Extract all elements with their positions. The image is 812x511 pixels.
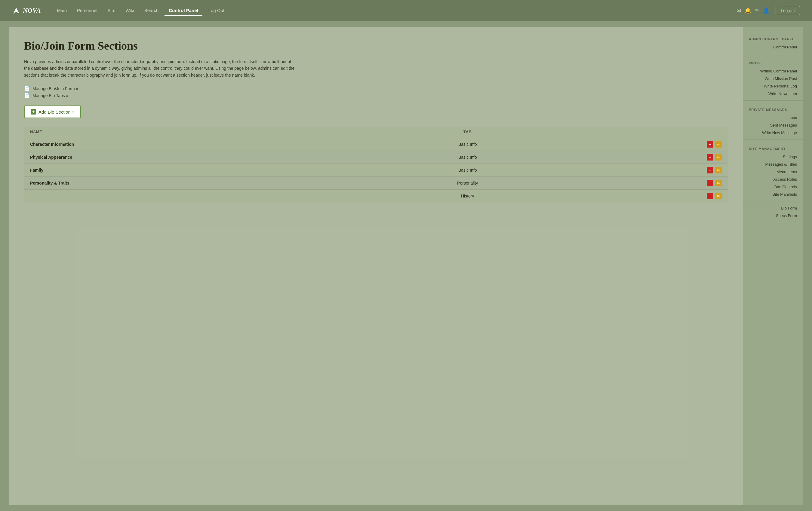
table-row: Personality & TraitsPersonality−✏	[24, 177, 728, 190]
sidebar-control-panel[interactable]: Control Panel	[743, 43, 803, 51]
navbar: NOVA Main Personnel Sim Wiki Search Cont…	[0, 0, 812, 21]
row-name	[24, 190, 371, 203]
row-name: Physical Appearance	[24, 151, 371, 164]
write-section-title: WRITE	[743, 57, 803, 67]
table-row: FamilyBasic Info−✏	[24, 164, 728, 177]
edit-button[interactable]: ✏	[715, 167, 722, 174]
action-icons: −✏	[707, 193, 722, 199]
row-tab: Basic Info	[371, 164, 564, 177]
bio-sections-table: NAME TAB Character InformationBasic Info…	[24, 127, 728, 202]
site-logo[interactable]: NOVA	[12, 6, 41, 15]
sidebar-write-news-item[interactable]: Write News Item	[743, 90, 803, 97]
page-description: Nova provides admins unparalleled contro…	[24, 58, 295, 79]
sidebar-menu-items[interactable]: Menu Items	[743, 168, 803, 176]
edit-button[interactable]: ✏	[715, 141, 722, 148]
table-header-row: NAME TAB	[24, 127, 728, 138]
nav-main[interactable]: Main	[53, 5, 71, 16]
bell-icon[interactable]: 🔔	[745, 7, 751, 14]
sidebar-inbox[interactable]: Inbox	[743, 114, 803, 121]
sidebar: ADMIN CONTROL PANEL Control Panel WRITE …	[743, 27, 803, 505]
manage-bio-form-link[interactable]: 📄 Manage Bio/Join Form »	[24, 86, 728, 91]
add-bio-section-button[interactable]: + Add Bio Section »	[24, 106, 81, 118]
row-actions: −✏	[564, 177, 728, 190]
table-row: Physical AppearanceBasic Info−✏	[24, 151, 728, 164]
mail-icon[interactable]: ✉	[736, 7, 741, 14]
row-tab: Basic Info	[371, 151, 564, 164]
admin-section-title: ADMIN CONTROL PANEL	[743, 33, 803, 43]
row-name: Family	[24, 164, 371, 177]
nav-links: Main Personnel Sim Wiki Search Control P…	[53, 5, 737, 16]
page-title: Bio/Join Form Sections	[24, 39, 728, 52]
row-tab: Basic Info	[371, 138, 564, 151]
row-actions: −✏	[564, 190, 728, 203]
nav-wiki[interactable]: Wiki	[121, 5, 138, 16]
col-actions-header	[564, 127, 728, 138]
edit-button[interactable]: ✏	[715, 154, 722, 160]
delete-button[interactable]: −	[707, 180, 713, 186]
sidebar-specs-form[interactable]: Specs Form	[743, 212, 803, 219]
doc-icon: 📄	[24, 86, 30, 91]
sidebar-sent-messages[interactable]: Sent Messages	[743, 121, 803, 129]
pm-section-title: PRIVATE MESSAGES	[743, 104, 803, 114]
row-name: Personality & Traits	[24, 177, 371, 190]
main-container: Bio/Join Form Sections Nova provides adm…	[9, 27, 803, 505]
sidebar-divider-2	[743, 100, 803, 101]
logout-button[interactable]: Log out	[776, 6, 800, 15]
sidebar-access-roles[interactable]: Access Roles	[743, 176, 803, 183]
user-icon[interactable]: 👤	[763, 7, 770, 14]
table-row: Character InformationBasic Info−✏	[24, 138, 728, 151]
sidebar-write-mission-post[interactable]: Write Mission Post	[743, 75, 803, 82]
manage-bio-tabs-link[interactable]: 📄 Manage Bio Tabs »	[24, 93, 728, 98]
doc-icon-2: 📄	[24, 93, 30, 98]
nav-control-panel[interactable]: Control Panel	[165, 5, 202, 16]
action-icons: −✏	[707, 141, 722, 148]
col-name-header: NAME	[24, 127, 371, 138]
edit-button[interactable]: ✏	[715, 193, 722, 199]
nav-search[interactable]: Search	[140, 5, 163, 16]
row-tab: History	[371, 190, 564, 203]
sidebar-write-personal-log[interactable]: Write Personal Log	[743, 82, 803, 90]
row-name: Character Information	[24, 138, 371, 151]
site-section-title: SITE MANAGEMENT	[743, 143, 803, 153]
edit-button[interactable]: ✏	[715, 180, 722, 186]
delete-button[interactable]: −	[707, 154, 713, 160]
plus-icon: +	[31, 109, 36, 115]
svg-marker-0	[13, 7, 19, 13]
content-area: Bio/Join Form Sections Nova provides adm…	[9, 27, 743, 505]
sidebar-ban-controls[interactable]: Ban Controls	[743, 183, 803, 190]
action-icons: −✏	[707, 154, 722, 160]
nav-logout[interactable]: Log Out	[204, 5, 229, 16]
row-tab: Personality	[371, 177, 564, 190]
logo-text: NOVA	[23, 7, 41, 14]
nav-personnel[interactable]: Personnel	[73, 5, 102, 16]
row-actions: −✏	[564, 164, 728, 177]
manage-links: 📄 Manage Bio/Join Form » 📄 Manage Bio Ta…	[24, 86, 728, 98]
sidebar-settings[interactable]: Settings	[743, 153, 803, 160]
sidebar-site-manifests[interactable]: Site Manifests	[743, 190, 803, 198]
sidebar-divider-1	[743, 54, 803, 54]
action-icons: −✏	[707, 167, 722, 174]
edit-icon[interactable]: ✏	[755, 7, 759, 14]
delete-button[interactable]: −	[707, 193, 713, 199]
nav-sim[interactable]: Sim	[104, 5, 120, 16]
sidebar-writing-control-panel[interactable]: Writing Control Panel	[743, 67, 803, 75]
row-actions: −✏	[564, 151, 728, 164]
nav-icon-group: ✉ 🔔 ✏ 👤	[736, 7, 770, 14]
sidebar-bio-form[interactable]: Bio Form	[743, 204, 803, 212]
action-icons: −✏	[707, 180, 722, 186]
delete-button[interactable]: −	[707, 141, 713, 148]
sidebar-write-new-message[interactable]: Write New Message	[743, 129, 803, 137]
sidebar-messages-titles[interactable]: Messages & Titles	[743, 160, 803, 168]
table-row: History−✏	[24, 190, 728, 203]
sidebar-divider-3	[743, 140, 803, 140]
row-actions: −✏	[564, 138, 728, 151]
col-tab-header: TAB	[371, 127, 564, 138]
delete-button[interactable]: −	[707, 167, 713, 174]
